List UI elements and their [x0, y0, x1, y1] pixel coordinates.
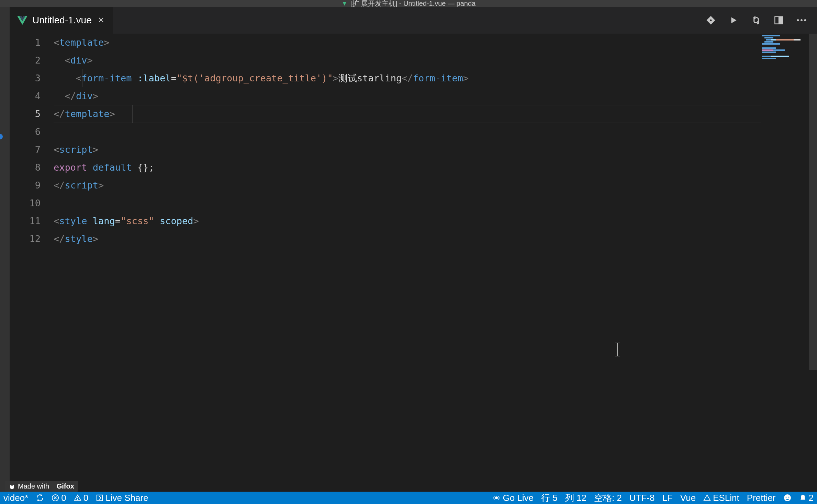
- activity-bar[interactable]: [0, 7, 10, 492]
- run-icon[interactable]: [728, 14, 739, 26]
- svg-point-5: [801, 19, 803, 21]
- line-number: 10: [10, 194, 41, 212]
- code-line: [54, 123, 817, 141]
- status-indent[interactable]: 空格: 2: [594, 492, 622, 504]
- line-number: 3: [10, 69, 41, 87]
- svg-point-15: [785, 497, 786, 498]
- svg-point-13: [495, 497, 497, 499]
- text-cursor: [133, 105, 133, 123]
- source-control-icon[interactable]: [705, 14, 717, 26]
- line-number: 2: [10, 51, 41, 69]
- gifox-watermark: Made with Gifox: [5, 481, 78, 492]
- svg-point-11: [77, 499, 78, 500]
- status-eslint[interactable]: ESLint: [703, 493, 739, 503]
- activity-indicator: [0, 134, 3, 139]
- indent-guide: [68, 51, 68, 105]
- status-language[interactable]: Vue: [680, 493, 696, 503]
- more-actions-icon[interactable]: [796, 14, 807, 26]
- svg-point-14: [784, 494, 791, 501]
- tab-untitled-vue[interactable]: Untitled-1.vue ✕: [10, 7, 113, 34]
- status-encoding[interactable]: UTF-8: [629, 493, 655, 503]
- line-number: 4: [10, 87, 41, 105]
- tab-filename: Untitled-1.vue: [32, 15, 92, 26]
- code-content[interactable]: <template> <div> <form-item :label="$t('…: [54, 34, 817, 492]
- line-number: 12: [10, 230, 41, 248]
- status-golive[interactable]: Go Live: [492, 493, 534, 503]
- status-warnings[interactable]: 0: [74, 493, 88, 503]
- indent-guide: [82, 69, 82, 87]
- vue-app-icon: ▼: [342, 0, 348, 7]
- line-number-active: 5: [10, 105, 41, 123]
- close-tab-icon[interactable]: ✕: [97, 16, 105, 25]
- status-feedback-icon[interactable]: [783, 494, 792, 502]
- line-number: 6: [10, 123, 41, 141]
- line-number: 8: [10, 159, 41, 176]
- code-line: <style lang="scss" scoped>: [54, 212, 817, 230]
- svg-rect-12: [97, 495, 103, 501]
- code-editor[interactable]: 1 2 3 4 5 6 7 8 9 10 11 12 <template> <d…: [10, 34, 817, 492]
- vue-file-icon: [17, 15, 27, 25]
- status-errors[interactable]: 0: [52, 493, 66, 503]
- gifox-icon: [9, 483, 15, 490]
- svg-rect-3: [779, 17, 782, 24]
- line-number: 11: [10, 212, 41, 230]
- compare-changes-icon[interactable]: [750, 14, 762, 26]
- window-titlebar: ▼ [扩 展开发主机] - Untitled-1.vue — panda: [0, 0, 817, 7]
- svg-point-6: [804, 19, 806, 21]
- code-line: <script>: [54, 141, 817, 159]
- split-editor-icon[interactable]: [773, 14, 785, 26]
- status-prettier[interactable]: Prettier: [747, 493, 776, 503]
- status-cursor-col[interactable]: 列 12: [565, 492, 586, 504]
- vertical-scrollbar[interactable]: [809, 34, 817, 492]
- status-bar: video* 0 0 Live Share Go Live 行 5 列 12 空…: [0, 492, 817, 504]
- code-line: </style>: [54, 230, 817, 248]
- mouse-text-cursor: [617, 343, 618, 356]
- scrollbar-thumb[interactable]: [809, 34, 817, 370]
- status-notifications[interactable]: 2: [799, 493, 814, 503]
- line-number-gutter: 1 2 3 4 5 6 7 8 9 10 11 12: [10, 34, 54, 492]
- status-sync-icon[interactable]: [36, 494, 44, 502]
- current-line-highlight: [54, 105, 776, 123]
- status-cursor-line[interactable]: 行 5: [541, 492, 558, 504]
- code-line: </script>: [54, 176, 817, 194]
- code-line: </div>: [54, 87, 817, 105]
- minimap[interactable]: [761, 34, 809, 492]
- code-line: <form-item :label="$t('adgroup_create_ti…: [54, 69, 817, 87]
- status-liveshare[interactable]: Live Share: [96, 493, 148, 503]
- editor-tabs: Untitled-1.vue ✕: [10, 7, 817, 34]
- line-number: 7: [10, 141, 41, 159]
- line-number: 1: [10, 34, 41, 51]
- status-eol[interactable]: LF: [662, 493, 672, 503]
- svg-point-0: [709, 19, 712, 22]
- code-line: [54, 194, 817, 212]
- svg-point-4: [797, 19, 799, 21]
- status-branch[interactable]: video*: [3, 493, 28, 503]
- code-line: <div>: [54, 51, 817, 69]
- line-number: 9: [10, 176, 41, 194]
- code-line: <template>: [54, 34, 817, 51]
- svg-point-16: [788, 497, 789, 498]
- code-line: export default {};: [54, 159, 817, 176]
